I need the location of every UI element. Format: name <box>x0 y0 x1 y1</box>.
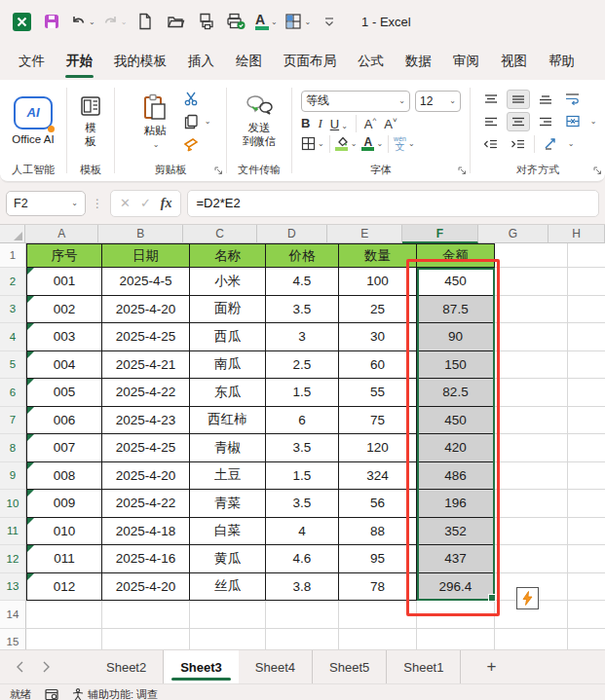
enter-formula-icon[interactable]: ✓ <box>140 196 151 210</box>
cell[interactable] <box>495 407 568 435</box>
table-header-cell[interactable]: 名称 <box>190 243 266 268</box>
data-cell[interactable]: 2025-4-20 <box>102 573 190 602</box>
data-cell[interactable]: 450 <box>417 268 495 296</box>
decrease-font-button[interactable]: A˅ <box>384 115 397 132</box>
data-cell[interactable]: 1.5 <box>266 462 339 491</box>
data-cell[interactable]: 3.5 <box>266 434 339 462</box>
cell[interactable] <box>568 462 605 491</box>
menu-tab[interactable]: 插入 <box>177 47 225 76</box>
column-header-A[interactable]: A <box>25 225 98 243</box>
data-cell[interactable]: 4.5 <box>266 268 339 296</box>
row-header-13[interactable]: 13 <box>0 573 26 602</box>
data-cell[interactable]: 010 <box>26 518 102 546</box>
data-cell[interactable]: 土豆 <box>190 462 266 491</box>
quick-print-button[interactable] <box>224 9 247 34</box>
cell[interactable] <box>495 490 568 518</box>
paste-button[interactable]: 粘贴 ⌄ <box>139 92 170 151</box>
data-cell[interactable]: 东瓜 <box>190 379 266 407</box>
data-cell[interactable]: 3 <box>266 323 339 351</box>
table-header-cell[interactable]: 日期 <box>102 243 190 268</box>
wrap-text-button[interactable] <box>561 90 585 109</box>
row-header-6[interactable]: 6 <box>0 379 26 407</box>
table-header-cell[interactable]: 价格 <box>266 243 339 268</box>
undo-dropdown-icon[interactable]: ⌄ <box>89 18 95 26</box>
formula-bar-grip[interactable]: ⋮ <box>92 197 104 210</box>
data-cell[interactable]: 2025-4-16 <box>102 545 190 573</box>
data-cell[interactable]: 4 <box>266 518 339 546</box>
data-cell[interactable]: 2025-4-25 <box>102 434 190 462</box>
cell[interactable] <box>495 323 568 351</box>
add-sheet-button[interactable]: + <box>461 650 521 683</box>
cell[interactable] <box>190 601 266 629</box>
column-header-H[interactable]: H <box>548 225 605 243</box>
data-cell[interactable]: 90 <box>417 323 495 351</box>
data-cell[interactable]: 2025-4-23 <box>102 407 190 435</box>
menu-tab[interactable]: 公式 <box>347 47 395 76</box>
next-sheet-icon[interactable] <box>42 661 51 673</box>
save-button[interactable] <box>40 9 63 34</box>
data-cell[interactable]: 324 <box>339 462 417 491</box>
data-cell[interactable]: 002 <box>26 296 102 324</box>
data-cell[interactable]: 1.5 <box>266 379 339 407</box>
data-cell[interactable]: 黄瓜 <box>190 545 266 573</box>
data-cell[interactable]: 2025-4-20 <box>102 296 190 324</box>
data-cell[interactable]: 3.5 <box>266 296 339 324</box>
data-cell[interactable]: 2.5 <box>266 351 339 380</box>
data-cell[interactable]: 008 <box>26 462 102 491</box>
data-cell[interactable]: 120 <box>339 434 417 462</box>
align-middle-button[interactable] <box>507 90 530 109</box>
cell[interactable] <box>495 243 568 268</box>
fill-color-dropdown-icon[interactable]: ⌄ <box>351 139 358 148</box>
cell[interactable] <box>417 629 495 650</box>
data-cell[interactable]: 2025-4-22 <box>102 379 190 407</box>
quick-analysis-button[interactable] <box>516 587 539 609</box>
cell[interactable] <box>568 434 605 462</box>
cell[interactable] <box>495 629 568 650</box>
redo-dropdown-icon[interactable]: ⌄ <box>121 18 128 26</box>
table-header-cell[interactable]: 序号 <box>26 243 102 268</box>
macro-record-icon[interactable] <box>45 688 58 700</box>
cell[interactable] <box>339 601 417 629</box>
insert-function-button[interactable]: fx <box>161 196 172 211</box>
column-header-G[interactable]: G <box>478 225 548 243</box>
phonetic-dropdown-icon[interactable]: ⌄ <box>408 139 415 148</box>
copy-dropdown-icon[interactable]: ⌄ <box>205 117 211 126</box>
menu-tab[interactable]: 我的模板 <box>103 47 177 76</box>
cell[interactable] <box>266 601 339 629</box>
row-header-1[interactable]: 1 <box>0 243 26 268</box>
cancel-formula-icon[interactable]: ✕ <box>120 196 131 210</box>
data-cell[interactable]: 95 <box>339 545 417 573</box>
data-cell[interactable]: 150 <box>417 351 495 380</box>
menu-tab[interactable]: 文件 <box>8 47 56 76</box>
open-file-button[interactable] <box>164 9 187 34</box>
cell[interactable] <box>26 629 102 650</box>
data-cell[interactable]: 2025-4-25 <box>102 323 190 351</box>
data-cell[interactable]: 3.8 <box>266 573 339 602</box>
data-cell[interactable]: 2025-4-22 <box>102 490 190 518</box>
data-cell[interactable]: 009 <box>26 490 102 518</box>
data-cell[interactable]: 420 <box>417 434 495 462</box>
ribbon-font-color-button[interactable]: A ⌄ <box>361 137 383 151</box>
data-cell[interactable]: 196 <box>417 490 495 518</box>
data-cell[interactable]: 2025-4-5 <box>102 268 190 296</box>
column-header-E[interactable]: E <box>327 225 402 243</box>
data-cell[interactable]: 352 <box>417 518 495 546</box>
menu-tab[interactable]: 绘图 <box>225 47 273 76</box>
accessibility-status[interactable]: 辅助功能: 调查 <box>72 687 158 700</box>
cell-borders-dropdown-icon[interactable]: ⌄ <box>318 139 324 148</box>
column-header-C[interactable]: C <box>183 225 256 243</box>
increase-font-button[interactable]: A^ <box>364 115 376 132</box>
row-header-8[interactable]: 8 <box>0 434 26 462</box>
row-header-15[interactable]: 15 <box>0 629 26 650</box>
format-painter-button[interactable] <box>180 135 202 155</box>
data-cell[interactable]: 丝瓜 <box>190 573 266 602</box>
cell[interactable] <box>190 629 266 650</box>
decrease-indent-button[interactable] <box>479 134 503 154</box>
data-cell[interactable]: 25 <box>339 296 417 324</box>
sheet-tab-sheet2[interactable]: Sheet2 <box>90 650 164 683</box>
data-cell[interactable]: 78 <box>339 573 417 602</box>
cell[interactable] <box>568 351 605 380</box>
clipboard-dialog-launcher-icon[interactable] <box>214 166 223 175</box>
merge-center-button[interactable] <box>561 112 585 131</box>
data-cell[interactable]: 青椒 <box>190 434 266 462</box>
